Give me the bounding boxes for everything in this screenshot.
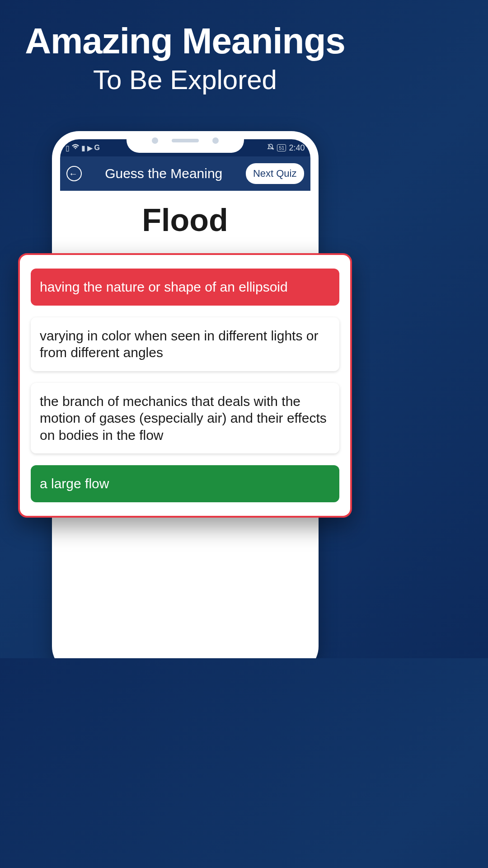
notch-dot bbox=[212, 137, 219, 144]
status-right: 51 2:40 bbox=[267, 143, 305, 153]
option-correct[interactable]: a large flow bbox=[31, 465, 339, 502]
quiz-word: Flood bbox=[60, 191, 310, 252]
back-button[interactable]: ← bbox=[66, 166, 82, 181]
notch-speaker bbox=[172, 139, 199, 142]
signal-icon: ▮ bbox=[81, 144, 85, 152]
app-header-title: Guess the Meaning bbox=[91, 166, 237, 181]
phone-notch bbox=[127, 131, 244, 153]
promo-subtitle: To Be Explored bbox=[0, 64, 370, 95]
back-arrow-icon: ← bbox=[69, 169, 78, 179]
notch-dot bbox=[152, 137, 158, 144]
battery-icon: 51 bbox=[277, 144, 286, 151]
status-left: ▯ ▮ ▶ G bbox=[66, 144, 100, 152]
status-time: 2:40 bbox=[289, 143, 305, 153]
google-icon: G bbox=[94, 144, 100, 152]
mute-icon bbox=[267, 143, 274, 152]
option-neutral[interactable]: varying in color when seen in different … bbox=[31, 317, 339, 371]
youtube-icon: ▶ bbox=[87, 144, 93, 152]
option-wrong[interactable]: having the nature or shape of an ellipso… bbox=[31, 269, 339, 306]
promo-title: Amazing Meanings bbox=[0, 20, 370, 62]
wifi-icon bbox=[71, 144, 80, 152]
app-header: ← Guess the Meaning Next Quiz bbox=[60, 156, 310, 191]
options-panel: having the nature or shape of an ellipso… bbox=[18, 253, 352, 518]
promo-header: Amazing Meanings To Be Explored bbox=[0, 0, 370, 95]
next-quiz-button[interactable]: Next Quiz bbox=[246, 163, 304, 184]
sim-icon: ▯ bbox=[66, 144, 70, 152]
option-neutral[interactable]: the branch of mechanics that deals with … bbox=[31, 383, 339, 454]
